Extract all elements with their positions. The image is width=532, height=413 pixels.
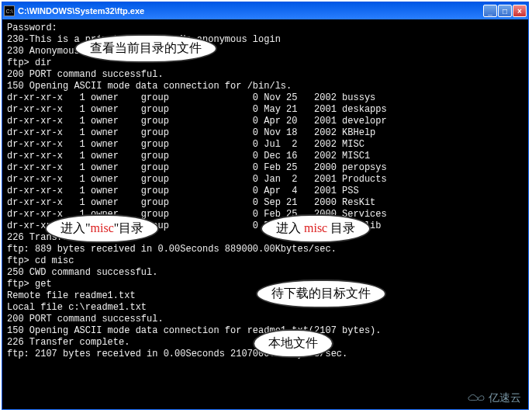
window-title: C:\WINDOWS\System32\ftp.exe xyxy=(18,6,483,16)
terminal-line: ftp: 889 bytes received in 0.00Seconds 8… xyxy=(7,244,523,255)
callout-text: 查看当前目录的文件 xyxy=(90,41,202,54)
watermark: 亿速云 xyxy=(465,391,521,405)
terminal-line: dr-xr-xr-x 1 owner group 0 Apr 20 2001 d… xyxy=(7,116,523,127)
maximize-button[interactable]: □ xyxy=(498,5,512,17)
callout-text: 目录 xyxy=(330,221,355,234)
terminal-line: dr-xr-xr-x 1 owner group 0 Apr 4 2001 PS… xyxy=(7,186,523,197)
callout-local-file: 本地文件 xyxy=(253,329,333,358)
callout-enter-misc-right: 进入 misc 目录 xyxy=(261,214,371,243)
cloud-icon xyxy=(465,393,485,404)
minimize-button[interactable]: _ xyxy=(483,5,497,17)
window-controls: _ □ × xyxy=(483,5,527,17)
watermark-text: 亿速云 xyxy=(489,391,521,405)
terminal-line: Local file c:\readme1.txt xyxy=(7,302,523,314)
terminal-line: ftp> cd misc xyxy=(7,255,523,267)
callout-enter-misc-left: 进入"misc"目录 xyxy=(45,214,159,243)
callout-text: 本地文件 xyxy=(268,336,318,349)
callout-target-file: 待下载的目标文件 xyxy=(256,279,386,308)
callout-text: 待下载的目标文件 xyxy=(271,286,371,300)
terminal-line: Password: xyxy=(7,23,523,34)
callout-red-text: misc xyxy=(304,221,327,234)
callout-text: 进入 xyxy=(276,221,301,234)
terminal-line: dr-xr-xr-x 1 owner group 0 May 21 2001 d… xyxy=(7,104,523,116)
terminal-line: dr-xr-xr-x 1 owner group 0 Jul 2 2002 MI… xyxy=(7,139,523,151)
callout-red-text: misc xyxy=(91,221,114,234)
terminal-line: dr-xr-xr-x 1 owner group 0 Nov 25 2002 b… xyxy=(7,92,523,104)
terminal-line: dr-xr-xr-x 1 owner group 0 Jan 2 2001 Pr… xyxy=(7,174,523,186)
callout-text: "目录 xyxy=(114,221,144,234)
terminal-line: 250 CWD command successful. xyxy=(7,267,523,279)
callout-dir-listing: 查看当前目录的文件 xyxy=(74,34,217,63)
app-icon: C:\ xyxy=(4,5,15,16)
terminal-line: dr-xr-xr-x 1 owner group 0 Nov 18 2002 K… xyxy=(7,127,523,139)
terminal-line: dr-xr-xr-x 1 owner group 0 Feb 25 2000 p… xyxy=(7,162,523,174)
callout-text: 进入" xyxy=(60,221,91,234)
terminal-line: 150 Opening ASCII mode data connection f… xyxy=(7,81,523,92)
close-button[interactable]: × xyxy=(513,5,527,17)
terminal-line: ftp> dir xyxy=(7,57,523,69)
terminal-line: 200 PORT command successful. xyxy=(7,314,523,325)
app-icon-glyph: C:\ xyxy=(6,9,13,14)
terminal-line: 200 PORT command successful. xyxy=(7,69,523,81)
title-bar: C:\ C:\WINDOWS\System32\ftp.exe _ □ × xyxy=(2,2,528,19)
terminal-line: dr-xr-xr-x 1 owner group 0 Sep 21 2000 R… xyxy=(7,197,523,209)
terminal-line: dr-xr-xr-x 1 owner group 0 Dec 16 2002 M… xyxy=(7,151,523,162)
